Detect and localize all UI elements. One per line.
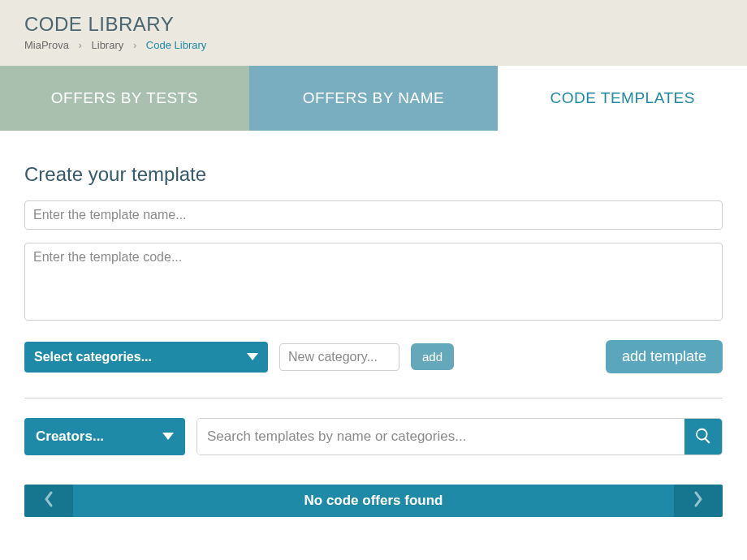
svg-marker-1 — [162, 433, 174, 440]
prev-page-button[interactable] — [24, 485, 73, 517]
divider — [24, 398, 723, 398]
template-code-input[interactable] — [24, 243, 723, 321]
chevron-right-icon — [693, 491, 704, 510]
search-button[interactable] — [684, 419, 722, 454]
select-categories-dropdown[interactable]: Select categories... — [24, 342, 268, 373]
search-row: Creators... — [24, 418, 723, 455]
chevron-down-icon — [162, 429, 174, 445]
results-bar: No code offers found — [24, 485, 723, 517]
tab-offers-by-tests[interactable]: OFFERS BY TESTS — [0, 66, 249, 131]
breadcrumb-home[interactable]: MiaProva — [24, 39, 69, 51]
creators-label: Creators... — [36, 429, 104, 445]
breadcrumb-library[interactable]: Library — [92, 39, 124, 51]
new-category-input[interactable] — [279, 343, 399, 371]
content-area: Create your template Select categories..… — [0, 131, 747, 525]
breadcrumb-current: Code Library — [146, 39, 206, 51]
svg-marker-0 — [247, 353, 258, 360]
add-category-button[interactable]: add — [411, 343, 454, 370]
next-page-button[interactable] — [674, 485, 723, 517]
add-template-button[interactable]: add template — [606, 340, 723, 373]
category-row: Select categories... add add template — [24, 340, 723, 373]
header-bar: CODE LIBRARY MiaProva › Library › Code L… — [0, 0, 747, 66]
creators-dropdown[interactable]: Creators... — [24, 418, 185, 455]
breadcrumb-sep: › — [79, 39, 82, 51]
tab-bar: OFFERS BY TESTS OFFERS BY NAME CODE TEMP… — [0, 66, 747, 131]
breadcrumb: MiaProva › Library › Code Library — [24, 39, 723, 51]
search-icon — [694, 427, 712, 447]
search-templates-input[interactable] — [197, 419, 684, 454]
create-template-heading: Create your template — [24, 163, 723, 186]
tab-code-templates[interactable]: CODE TEMPLATES — [498, 66, 747, 131]
search-templates-wrap — [196, 418, 723, 455]
page-title: CODE LIBRARY — [24, 13, 723, 36]
breadcrumb-sep: › — [133, 39, 136, 51]
results-empty-message: No code offers found — [73, 485, 674, 517]
select-categories-label: Select categories... — [34, 350, 152, 364]
tab-offers-by-name[interactable]: OFFERS BY NAME — [249, 66, 499, 131]
chevron-down-icon — [247, 350, 258, 364]
template-name-input[interactable] — [24, 200, 723, 230]
chevron-left-icon — [43, 491, 54, 510]
